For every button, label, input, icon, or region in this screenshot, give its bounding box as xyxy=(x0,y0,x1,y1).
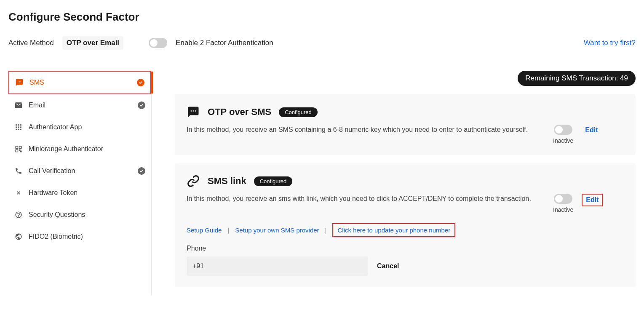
svg-rect-9 xyxy=(16,146,18,148)
sidebar-item-sms[interactable]: SMS xyxy=(8,71,151,94)
edit-button[interactable]: Edit xyxy=(582,125,601,136)
card-description: In this method, you receive an SMS conta… xyxy=(187,125,545,135)
qr-icon xyxy=(14,145,23,153)
sidebar-item-security-questions[interactable]: Security Questions xyxy=(8,204,151,226)
phone-input[interactable] xyxy=(187,256,368,276)
enable-2fa-label: Enable 2 Factor Authentication xyxy=(176,39,273,47)
page-title: Configure Second Factor xyxy=(8,11,636,24)
sidebar-item-label: Miniorange Authenticator xyxy=(29,145,103,153)
update-phone-link[interactable]: Click here to update your phone number xyxy=(332,223,455,237)
sidebar: SMS Email Authenticator App xyxy=(8,71,152,295)
sidebar-item-authenticator-app[interactable]: Authenticator App xyxy=(8,116,151,138)
svg-rect-5 xyxy=(20,127,21,128)
sidebar-item-label: Security Questions xyxy=(29,211,85,219)
sms-icon xyxy=(187,105,200,119)
token-icon xyxy=(14,189,23,197)
setup-guide-link[interactable]: Setup Guide xyxy=(187,227,222,234)
card-title: SMS link xyxy=(208,176,246,187)
svg-rect-7 xyxy=(18,129,19,130)
try-first-link[interactable]: Want to try first? xyxy=(584,39,636,47)
email-icon xyxy=(14,101,23,109)
active-method-label: Active Method xyxy=(8,39,54,47)
svg-rect-3 xyxy=(16,127,17,128)
check-icon xyxy=(138,101,145,109)
sidebar-item-label: Hardware Token xyxy=(29,189,77,197)
active-method-value: OTP over Email xyxy=(62,36,123,50)
card-sms-link: SMS link Configured In this method, you … xyxy=(175,163,636,287)
sidebar-item-miniorange-authenticator[interactable]: Miniorange Authenticator xyxy=(8,138,151,160)
biometric-icon xyxy=(14,232,23,241)
links-row: Setup Guide | Setup your own SMS provide… xyxy=(187,223,624,237)
edit-button[interactable]: Edit xyxy=(582,194,603,206)
configured-badge: Configured xyxy=(254,176,293,186)
question-icon xyxy=(14,211,23,219)
sidebar-item-fido2[interactable]: FIDO2 (Biometric) xyxy=(8,226,151,248)
sidebar-item-hardware-token[interactable]: Hardware Token xyxy=(8,182,151,204)
svg-rect-1 xyxy=(18,124,19,125)
sms-link-toggle[interactable] xyxy=(554,194,572,204)
svg-rect-0 xyxy=(16,124,17,125)
svg-rect-8 xyxy=(20,129,21,130)
svg-rect-12 xyxy=(19,150,20,151)
check-icon xyxy=(137,79,144,86)
sidebar-item-call-verification[interactable]: Call Verification xyxy=(8,160,151,182)
grid-icon xyxy=(14,123,23,131)
check-icon xyxy=(138,167,145,175)
phone-icon xyxy=(14,167,23,175)
svg-rect-6 xyxy=(16,129,17,130)
svg-rect-11 xyxy=(16,150,18,152)
top-row: Active Method OTP over Email Enable 2 Fa… xyxy=(8,36,636,50)
sidebar-item-label: FIDO2 (Biometric) xyxy=(29,233,83,240)
sidebar-item-label: Authenticator App xyxy=(29,123,82,131)
svg-rect-10 xyxy=(19,146,21,148)
card-description: In this method, you receive an sms with … xyxy=(187,194,545,204)
sidebar-item-email[interactable]: Email xyxy=(8,94,151,116)
svg-rect-2 xyxy=(20,124,21,125)
otp-sms-toggle[interactable] xyxy=(554,125,572,135)
card-otp-sms: OTP over SMS Configured In this method, … xyxy=(175,94,636,155)
status-label: Inactive xyxy=(553,206,573,213)
configured-badge: Configured xyxy=(279,107,318,117)
enable-2fa-toggle[interactable] xyxy=(149,38,167,48)
content: Remaining SMS Transaction: 49 OTP over S… xyxy=(152,71,636,295)
card-title: OTP over SMS xyxy=(208,107,271,117)
sidebar-item-label: SMS xyxy=(29,79,44,86)
status-label: Inactive xyxy=(553,137,573,144)
sidebar-item-label: Call Verification xyxy=(29,167,75,175)
sms-remaining-badge: Remaining SMS Transaction: 49 xyxy=(518,71,636,86)
cancel-button[interactable]: Cancel xyxy=(377,262,399,270)
link-icon xyxy=(187,174,200,188)
svg-rect-13 xyxy=(21,151,21,152)
setup-provider-link[interactable]: Setup your own SMS provider xyxy=(235,227,319,234)
sms-icon xyxy=(15,78,24,87)
sidebar-item-label: Email xyxy=(29,101,45,109)
svg-rect-4 xyxy=(18,127,19,128)
phone-label: Phone xyxy=(187,245,624,252)
